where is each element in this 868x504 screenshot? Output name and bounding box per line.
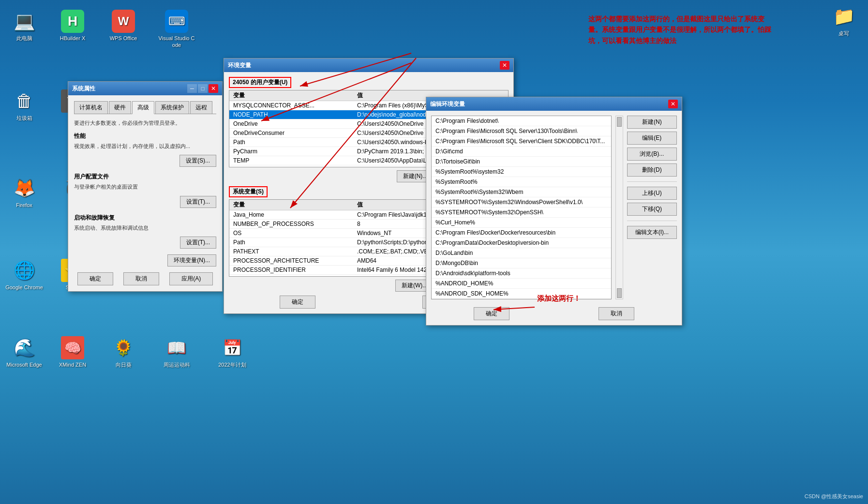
user-section-label: 24050 的用户变量(U)	[229, 77, 291, 88]
desktop-icon-folder[interactable]: 📁 桌写	[824, 5, 863, 37]
edit-list-item[interactable]: %SYSTEMROOT%\System32\OpenSSH\	[432, 208, 611, 218]
edit-list-item[interactable]: %SystemRoot%	[432, 177, 611, 187]
watermark: CSDN @性感美女seasie	[805, 493, 863, 500]
edit-list-item[interactable]: C:\Program Files\Docker\Docker\resources…	[432, 228, 611, 238]
env-ok-btn[interactable]: 确定	[280, 296, 315, 309]
sys-props-controls: ─ □ ✕	[187, 84, 218, 93]
user-profile-section: 用户配置文件 与登录帐户相关的桌面设置 设置(T)...	[74, 173, 216, 208]
edit-list-item[interactable]: %SystemRoot%\system32	[432, 167, 611, 177]
edit-ok-btn[interactable]: 确定	[474, 307, 509, 320]
env-controls: ✕	[500, 61, 509, 70]
edit-new-btn[interactable]: 新建(N)	[627, 116, 677, 129]
user-col-var: 变量	[229, 90, 353, 101]
edit-list-item[interactable]: %Curl_Home%	[432, 218, 611, 228]
add-label: 添加这两行！	[537, 294, 581, 303]
notice-text: 要进行大多数更改，你必须作为管理员登录。	[74, 119, 216, 127]
perf-settings-btn[interactable]: 设置(S)...	[180, 155, 216, 167]
tab-advanced[interactable]: 高级	[132, 101, 154, 114]
desktop-icon-xmind[interactable]: 🧠 XMind ZEN	[53, 336, 92, 368]
tab-remote[interactable]: 远程	[190, 101, 212, 114]
desktop-icon-wps[interactable]: W WPS Office	[104, 10, 143, 42]
edit-env-window: 编辑环境变量 ✕ C:\Program Files\dotnet\C:\Prog…	[426, 97, 682, 326]
edit-delete-btn[interactable]: 删除(D)	[627, 163, 677, 177]
sys-props-cancel[interactable]: 取消	[123, 272, 159, 285]
desktop-icon-firefox[interactable]: 🦊 Firefox	[5, 177, 44, 208]
edit-list-item[interactable]: D:\MongoDB\bin	[432, 258, 611, 268]
sys-props-apply[interactable]: 应用(A)	[169, 272, 213, 285]
edit-cancel-btn[interactable]: 取消	[599, 307, 634, 320]
edit-list-item[interactable]: %ANDROID_HOME%	[432, 279, 611, 289]
edit-edit-btn[interactable]: 编辑(E)	[627, 132, 677, 145]
sys-props-content: 计算机名 硬件 高级 系统保护 远程 要进行大多数更改，你必须作为管理员登录。 …	[68, 95, 222, 291]
edit-list-item[interactable]: C:\Program Files\Microsoft SQL Server\Cl…	[432, 136, 611, 147]
edit-list-container[interactable]: C:\Program Files\dotnet\C:\Program Files…	[431, 116, 612, 299]
sys-props-maximize[interactable]: □	[198, 84, 208, 93]
startup-settings-btn[interactable]: 设置(T)...	[180, 237, 216, 249]
edit-browse-btn[interactable]: 浏览(B)...	[627, 148, 677, 161]
user-profile-settings-btn[interactable]: 设置(T)...	[180, 196, 216, 208]
edit-action-buttons: 新建(N) 编辑(E) 浏览(B)... 删除(D) 上移(U) 下移(Q) 编…	[627, 116, 677, 303]
desktop-icon-computer[interactable]: 💻 此电脑	[5, 10, 44, 42]
edit-list-item[interactable]: D:\TortoiseGit\bin	[432, 157, 611, 167]
edit-env-inner: C:\Program Files\dotnet\C:\Program Files…	[431, 116, 677, 303]
system-section-label: 系统变量(S)	[229, 186, 268, 197]
tab-computer[interactable]: 计算机名	[74, 101, 108, 114]
desktop-icon-vscode[interactable]: ⌨ Visual Studio Code	[157, 10, 196, 49]
desktop-icon-hbuilder[interactable]: H HBuilder X	[53, 10, 92, 42]
desktop-icon-zhinan[interactable]: 📖 周运运动科	[157, 336, 196, 368]
env-close[interactable]: ✕	[500, 61, 509, 70]
desktop-icon-job[interactable]: 📅 2022年计划	[213, 336, 252, 368]
tab-system-protect[interactable]: 系统保护	[155, 101, 189, 114]
sys-props-minimize[interactable]: ─	[187, 84, 197, 93]
edit-list-item[interactable]: D:\GoLand\bin	[432, 248, 611, 258]
edit-bottom-buttons: 确定 取消	[431, 307, 677, 320]
performance-section: 性能 视觉效果，处理器计划，内存使用，以及虚拟内... 设置(S)...	[74, 132, 216, 167]
edit-list-item[interactable]: %SystemRoot%\System32\Wbem	[432, 187, 611, 197]
sys-props-title-bar: 系统属性 ─ □ ✕	[68, 82, 222, 95]
annotation-text: 这两个都需要添加这两行的，但是截图这里只给出了系统变 量。系统变量跟用户变量不是…	[588, 14, 771, 46]
edit-up-btn[interactable]: 上移(U)	[627, 187, 677, 200]
edit-env-title-bar: 编辑环境变量 ✕	[426, 97, 682, 111]
edit-env-list-area: C:\Program Files\dotnet\C:\Program Files…	[431, 116, 612, 303]
desktop-icon-sunflower[interactable]: 🌻 向日葵	[104, 336, 143, 368]
sys-props-tabs: 计算机名 硬件 高级 系统保护 远程	[74, 101, 216, 114]
edit-scrollbar[interactable]	[615, 116, 623, 299]
edit-list-item[interactable]: D:\Android\sdk\platform-tools	[432, 268, 611, 279]
edit-list-item[interactable]: D:\Git\cmd	[432, 147, 611, 157]
env-title-bar: 环境变量 ✕	[224, 59, 513, 72]
sys-col-var: 变量	[229, 200, 353, 210]
edit-list-item[interactable]: %SYSTEMROOT%\System32\WindowsPowerShell\…	[432, 197, 611, 208]
env-variables-btn[interactable]: 环境变量(N)...	[167, 254, 216, 267]
edit-list-item[interactable]: D:\TortoiseSVN\bin	[432, 299, 611, 299]
edit-down-btn[interactable]: 下移(Q)	[627, 203, 677, 216]
edit-text-btn[interactable]: 编辑文本(I)...	[627, 226, 677, 239]
sys-props-ok[interactable]: 确定	[77, 272, 113, 285]
edit-list-item[interactable]: C:\Program Files\Microsoft SQL Server\13…	[432, 126, 611, 136]
sys-props-window: 系统属性 ─ □ ✕ 计算机名 硬件 高级 系统保护 远程 要进行大多数更改，你…	[68, 81, 223, 292]
tab-hardware[interactable]: 硬件	[109, 101, 131, 114]
edit-list-item[interactable]: C:\ProgramData\DockerDesktop\version-bin	[432, 238, 611, 248]
edit-env-controls: ✕	[668, 100, 678, 108]
startup-recovery-section: 启动和故障恢复 系统启动、系统故障和调试信息 设置(T)...	[74, 214, 216, 249]
desktop: 💻 此电脑 H HBuilder X W WPS Office ⌨ Visual…	[0, 0, 868, 504]
edit-env-close[interactable]: ✕	[668, 100, 678, 108]
desktop-icon-recycle[interactable]: 🗑 垃圾箱	[5, 89, 44, 121]
edit-list-item[interactable]: C:\Program Files\dotnet\	[432, 116, 611, 126]
desktop-icon-chrome[interactable]: 🌐 Google Chrome	[5, 259, 44, 291]
desktop-icon-edge[interactable]: 🌊 Microsoft Edge	[5, 336, 44, 368]
sys-props-close[interactable]: ✕	[209, 84, 218, 93]
edit-env-content: C:\Program Files\dotnet\C:\Program Files…	[426, 111, 682, 325]
edit-list-item[interactable]: %ANDROID_SDK_HOME%	[432, 289, 611, 299]
